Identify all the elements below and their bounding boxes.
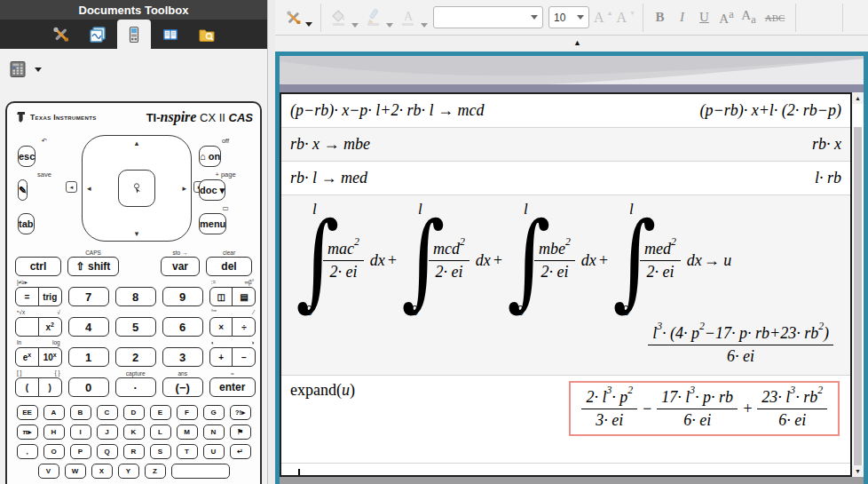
increase-font-button[interactable]: A▲ [592, 8, 615, 28]
ctrl[interactable]: ctrl [15, 257, 61, 276]
negate[interactable]: (−) [162, 377, 203, 397]
tab-page-sorter[interactable] [81, 20, 114, 49]
bold-button[interactable]: B [649, 8, 671, 27]
touchpad-right-icon[interactable]: ▸ [182, 184, 186, 193]
integral-expression[interactable]: ∫l0mac22· eidx+∫l0mcd22· eidx+∫l0mbe22· … [290, 195, 841, 323]
italic-button[interactable]: I [671, 8, 693, 27]
key-6[interactable]: 6 [162, 317, 203, 337]
font-family-select[interactable] [433, 6, 543, 28]
math-output[interactable]: rb· x [812, 135, 841, 154]
key-o[interactable]: O [43, 444, 65, 459]
key-tab[interactable]: tab [18, 213, 35, 234]
key-t[interactable]: T [177, 444, 198, 459]
key-0[interactable]: 0 [68, 377, 109, 397]
decimal-point[interactable]: · [115, 377, 156, 397]
key-w[interactable]: W [65, 464, 86, 479]
key-f[interactable]: F [177, 405, 198, 420]
square[interactable]: x2 [38, 317, 62, 337]
key-esc[interactable]: esc [18, 146, 36, 167]
power[interactable] [15, 317, 39, 337]
decrease-font-button[interactable]: A▼ [615, 8, 638, 28]
scroll-down-button[interactable]: ▼ [855, 465, 861, 477]
key-7[interactable]: 7 [68, 287, 109, 306]
e-power[interactable]: ex [15, 347, 39, 367]
key-e[interactable]: E [150, 405, 171, 420]
ten-power[interactable]: 10x [38, 347, 62, 367]
text-color-button[interactable]: A [396, 6, 430, 29]
key-i[interactable]: I [70, 424, 91, 440]
key-k[interactable]: K [123, 424, 145, 440]
multiply[interactable]: × [209, 317, 233, 337]
catalog[interactable]: ▤ [232, 287, 256, 306]
strikethrough-button[interactable]: ABC [760, 11, 790, 25]
key-doc[interactable]: doc ▾ [199, 179, 225, 201]
key-a[interactable]: A [43, 405, 65, 420]
touchpad[interactable]: ▴ ▾ ◂ ▸ [82, 135, 192, 242]
scroll-up-button[interactable]: ▲ [855, 92, 861, 104]
key-p[interactable]: P [70, 444, 91, 459]
touchpad-down-icon[interactable]: ▾ [135, 229, 139, 238]
subscript-button[interactable]: Aa [738, 6, 760, 28]
enter[interactable]: enter [209, 377, 256, 397]
tab-content-explorer[interactable] [190, 20, 224, 49]
key-x[interactable]: X [91, 464, 113, 479]
paren-close[interactable]: ) [38, 377, 62, 397]
key-b[interactable]: B [70, 405, 91, 420]
key-c[interactable]: C [97, 405, 118, 420]
key-ee[interactable]: EE [17, 405, 38, 420]
key-u[interactable]: U [203, 444, 225, 459]
key-g[interactable]: G [203, 405, 225, 420]
math-input[interactable]: rb· x → mbe [290, 135, 370, 154]
math-input[interactable]: (p−rb)· x−p· l+2· rb· l → mcd [290, 101, 484, 120]
templates[interactable]: ◫ [209, 287, 233, 306]
tools-menu-button[interactable] [282, 7, 315, 28]
key-scratchpad[interactable]: ✎ [18, 179, 28, 201]
font-size-select[interactable]: 10 [548, 6, 589, 28]
key-m[interactable]: M [177, 424, 198, 440]
input-line[interactable] [281, 464, 850, 477]
key-9[interactable]: 9 [162, 287, 203, 306]
math-input[interactable]: rb· l → med [290, 169, 367, 187]
key-space[interactable] [171, 464, 230, 479]
keypad-selector-dropdown-arrow[interactable] [35, 67, 42, 72]
touchpad-click-button[interactable] [118, 170, 155, 207]
keypad-style-selector[interactable] [9, 60, 27, 78]
touchpad-left-icon[interactable]: ◂ [87, 184, 91, 193]
key-8[interactable]: 8 [115, 287, 156, 306]
divide[interactable]: ÷ [232, 317, 256, 337]
math-output[interactable]: (p−rb)· x+l· (2· rb−p) [700, 101, 841, 120]
key-v[interactable]: V [38, 464, 59, 479]
math-output[interactable]: l3· (4· p2−17· p· rb+23· rb2) 6· ei [648, 323, 833, 366]
key-y[interactable]: Y [118, 464, 139, 479]
key-comma[interactable]: , [17, 444, 38, 459]
key-on[interactable]: ⌂ on [199, 146, 221, 167]
tab-tools[interactable] [44, 20, 78, 49]
toolbar-collapse-button[interactable]: ▲ [573, 38, 581, 47]
key-z[interactable]: Z [145, 464, 166, 479]
fill-color-button[interactable] [327, 6, 361, 29]
key-punctuation[interactable]: ?!▸ [230, 405, 251, 420]
key-pi[interactable]: π▸ [17, 424, 38, 440]
key-return[interactable]: ↵ [230, 444, 251, 459]
page-back-icon[interactable]: ◂ [66, 181, 77, 193]
key-l[interactable]: L [150, 424, 171, 440]
key-q[interactable]: Q [97, 444, 118, 459]
line-color-button[interactable] [361, 6, 396, 29]
equals[interactable]: = [15, 287, 39, 306]
key-1[interactable]: 1 [68, 347, 109, 367]
key-s[interactable]: S [150, 444, 171, 459]
key-menu[interactable]: menu [199, 213, 226, 234]
key-5[interactable]: 5 [115, 317, 156, 337]
key-j[interactable]: J [97, 424, 118, 440]
key-r[interactable]: R [123, 444, 145, 459]
math-input[interactable]: expand(u) [290, 381, 355, 400]
var[interactable]: var [161, 257, 200, 276]
key-2[interactable]: 2 [115, 347, 156, 367]
key-flag[interactable]: ⚑ [230, 424, 251, 440]
tab-utilities[interactable] [154, 20, 187, 49]
key-d[interactable]: D [123, 405, 145, 420]
key-h[interactable]: H [43, 424, 65, 440]
tab-keypad[interactable] [117, 20, 151, 49]
plus[interactable]: + [209, 347, 233, 367]
highlighted-result[interactable]: 2· l3· p23· ei−17· l3· p· rb6· ei+23· l3… [569, 381, 840, 436]
